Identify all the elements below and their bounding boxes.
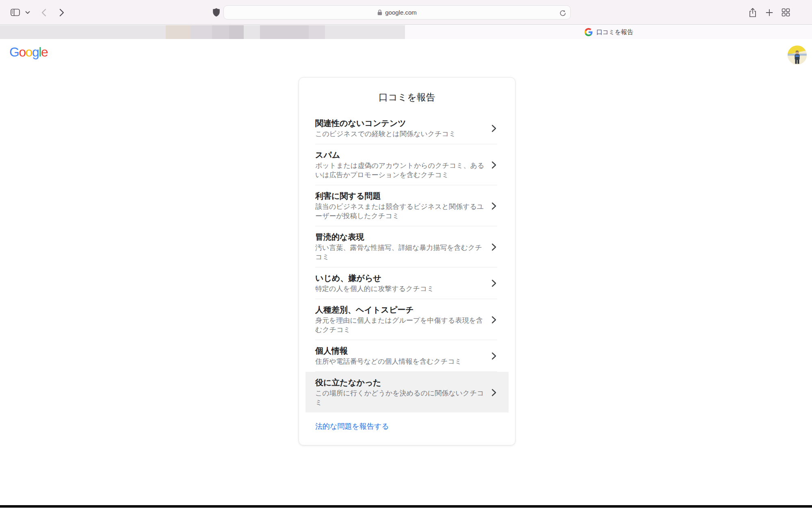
blurred-tab-title — [309, 25, 325, 39]
reason-texts: 関連性のないコンテンツ このビジネスでの経験とは関係ないクチコミ — [315, 118, 486, 139]
reason-title: 利害に関する問題 — [315, 191, 486, 201]
reason-texts: スパム ボットまたは虚偽のアカウントからのクチコミ、ある いは広告かプロモーショ… — [315, 150, 486, 180]
reason-texts: 個人情報 住所や電話番号などの個人情報を含むクチコミ — [315, 346, 486, 366]
reason-description: 住所や電話番号などの個人情報を含むクチコミ — [315, 357, 486, 366]
forward-button[interactable] — [56, 0, 67, 25]
reason-texts: 人種差別、ヘイトスピーチ 身元を理由に個人またはグループを中傷する表現を含 むク… — [315, 305, 486, 334]
report-reason-item[interactable]: 関連性のないコンテンツ このビジネスでの経験とは関係ないクチコミ — [299, 113, 515, 144]
new-tab-button[interactable] — [762, 0, 776, 25]
tab-overview-button[interactable] — [778, 0, 793, 25]
google-logo-letter: o — [26, 45, 32, 59]
google-favicon — [585, 28, 593, 36]
reason-description: 該当のビジネスまたは競合するビジネスと関係するユ ーザーが投稿したクチコミ — [315, 202, 486, 221]
blurred-tab-title — [166, 25, 191, 39]
report-review-dialog: 口コミを報告 関連性のないコンテンツ このビジネスでの経験とは関係ないクチコミ … — [299, 77, 515, 445]
sidebar-menu-button[interactable] — [24, 0, 32, 25]
avatar-photo — [788, 46, 807, 65]
reason-title: 個人情報 — [315, 346, 486, 356]
chevron-right-icon — [491, 161, 497, 169]
report-reason-item[interactable]: 役に立たなかった この場所に行くかどうかを決めるのに関係ないクチコ ミ — [305, 372, 509, 412]
reason-title: スパム — [315, 150, 486, 160]
inactive-tabs-area[interactable] — [0, 25, 405, 39]
reason-title: 人種差別、ヘイトスピーチ — [315, 305, 486, 315]
google-logo-letter: e — [41, 45, 48, 59]
google-logo-letter: g — [32, 45, 39, 59]
tab-grid-icon — [782, 8, 790, 17]
shield-icon — [212, 8, 220, 17]
active-tab[interactable]: 口コミを報告 — [406, 25, 812, 39]
account-avatar[interactable] — [788, 46, 807, 65]
page-content: Google 口コミを報告 関連性のないコンテンツ このビジネスでの経験とは関係… — [0, 39, 812, 508]
reason-title: いじめ、嫌がらせ — [315, 273, 486, 283]
lock-icon — [377, 9, 382, 15]
reason-texts: いじめ、嫌がらせ 特定の人を個人的に攻撃するクチコミ — [315, 273, 486, 293]
browser-toolbar: google.com — [0, 0, 812, 25]
blurred-tab-title — [212, 25, 229, 39]
report-reason-item[interactable]: スパム ボットまたは虚偽のアカウントからのクチコミ、ある いは広告かプロモーショ… — [299, 144, 515, 185]
privacy-report-button[interactable] — [210, 0, 223, 25]
bottom-screen-bar — [0, 505, 812, 508]
report-reason-item[interactable]: 個人情報 住所や電話番号などの個人情報を含むクチコミ — [299, 340, 515, 371]
reason-title: 役に立たなかった — [315, 378, 486, 388]
reason-description: ボットまたは虚偽のアカウントからのクチコミ、ある いは広告かプロモーションを含む… — [315, 161, 486, 180]
reason-description: 汚い言葉、露骨な性描写、詳細な暴力描写を含むクチ コミ — [315, 243, 486, 262]
share-icon — [749, 8, 757, 17]
dialog-title: 口コミを報告 — [299, 78, 515, 104]
sidebar-icon — [11, 9, 20, 16]
chevron-right-icon — [491, 202, 497, 211]
report-reason-item[interactable]: 利害に関する問題 該当のビジネスまたは競合するビジネスと関係するユ ーザーが投稿… — [299, 185, 515, 226]
tab-strip: 口コミを報告 — [0, 25, 812, 39]
chevron-right-icon — [491, 315, 497, 324]
back-button[interactable] — [38, 0, 50, 25]
blurred-tab-title — [260, 25, 309, 39]
chevron-left-icon — [41, 9, 46, 17]
chevron-right-icon — [491, 388, 497, 397]
sidebar-toggle-button[interactable] — [8, 0, 22, 25]
reason-texts: 役に立たなかった この場所に行くかどうかを決めるのに関係ないクチコ ミ — [315, 378, 486, 407]
reason-description: この場所に行くかどうかを決めるのに関係ないクチコ ミ — [315, 389, 486, 407]
tab-title: 口コミを報告 — [596, 28, 633, 36]
report-reason-list: 関連性のないコンテンツ このビジネスでの経験とは関係ないクチコミ スパム ボット… — [299, 113, 515, 412]
chevron-right-icon — [491, 243, 497, 252]
plus-icon — [766, 9, 773, 16]
reload-icon — [559, 10, 566, 17]
reload-button[interactable] — [559, 9, 567, 17]
report-legal-issue-link[interactable]: 法的な問題を報告する — [315, 421, 389, 432]
reason-title: 関連性のないコンテンツ — [315, 118, 486, 128]
chevron-right-icon — [491, 124, 497, 133]
blurred-tab-title — [229, 25, 244, 39]
chevron-right-icon — [491, 352, 497, 360]
chevron-right-icon — [59, 9, 64, 17]
share-button[interactable] — [746, 0, 760, 25]
report-reason-item[interactable]: 冒涜的な表現 汚い言葉、露骨な性描写、詳細な暴力描写を含むクチ コミ — [299, 226, 515, 267]
reason-description: このビジネスでの経験とは関係ないクチコミ — [315, 129, 486, 139]
reason-texts: 冒涜的な表現 汚い言葉、露骨な性描写、詳細な暴力描写を含むクチ コミ — [315, 232, 486, 262]
chevron-right-icon — [491, 279, 497, 288]
reason-texts: 利害に関する問題 該当のビジネスまたは競合するビジネスと関係するユ ーザーが投稿… — [315, 191, 486, 221]
report-reason-item[interactable]: 人種差別、ヘイトスピーチ 身元を理由に個人またはグループを中傷する表現を含 むク… — [299, 299, 515, 340]
google-logo-letter: o — [19, 45, 25, 59]
reason-description: 身元を理由に個人またはグループを中傷する表現を含 むクチコミ — [315, 316, 486, 334]
chevron-down-icon — [25, 11, 30, 14]
address-bar[interactable]: google.com — [223, 5, 571, 20]
google-logo: Google — [9, 45, 48, 59]
url-text: google.com — [385, 9, 417, 16]
google-logo-letter: G — [9, 45, 19, 59]
reason-title: 冒涜的な表現 — [315, 232, 486, 242]
blurred-tab-title — [191, 25, 212, 39]
report-reason-item[interactable]: いじめ、嫌がらせ 特定の人を個人的に攻撃するクチコミ — [299, 267, 515, 299]
reason-description: 特定の人を個人的に攻撃するクチコミ — [315, 284, 486, 293]
